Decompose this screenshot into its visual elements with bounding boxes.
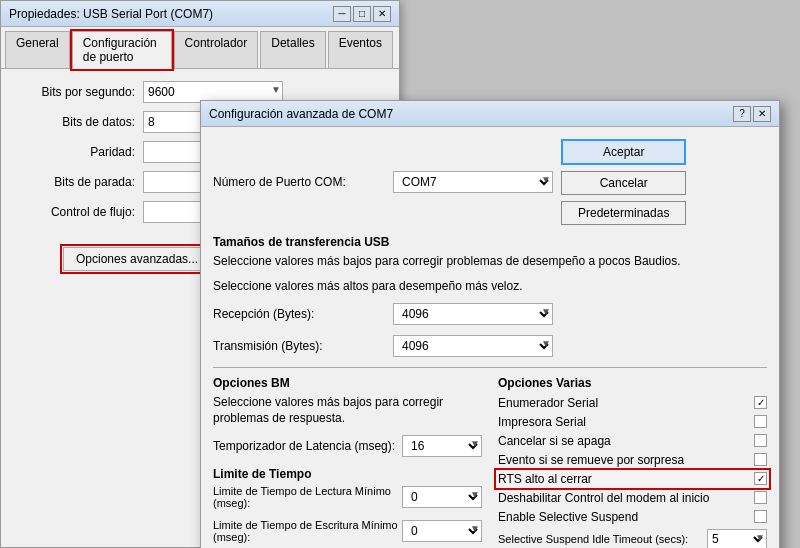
check-rts-label: RTS alto al cerrar bbox=[498, 472, 754, 486]
usb-section-header: Tamaños de transferencia USB bbox=[213, 235, 767, 249]
advanced-dialog: Configuración avanzada de COM7 ? ✕ Númer… bbox=[200, 100, 780, 548]
check-selective-suspend: Enable Selective Suspend bbox=[498, 510, 767, 524]
latency-label: Temporizador de Latencia (mseg): bbox=[213, 439, 402, 453]
props-close-button[interactable]: ✕ bbox=[373, 6, 391, 22]
bits-per-second-label: Bits por segundo: bbox=[13, 85, 143, 99]
write-limit-select[interactable]: 0 bbox=[402, 520, 482, 542]
advanced-options-button[interactable]: Opciones avanzadas... bbox=[63, 247, 211, 271]
port-number-select[interactable]: COM7 bbox=[393, 171, 553, 193]
latency-wrapper: 16 ▼ bbox=[402, 435, 482, 457]
check-impresora: Impresora Serial bbox=[498, 415, 767, 429]
two-col-section: Opciones BM Seleccione valores más bajos… bbox=[213, 376, 767, 548]
adv-titlebar-controls: ? ✕ bbox=[733, 106, 771, 122]
read-limit-row: Limite de Tiempo de Lectura Mínimo (mseg… bbox=[213, 485, 482, 509]
read-limit-label: Limite de Tiempo de Lectura Mínimo (mseg… bbox=[213, 485, 402, 509]
latency-select[interactable]: 16 bbox=[402, 435, 482, 457]
write-limit-label: Limite de Tiempo de Escritura Mínimo (ms… bbox=[213, 519, 402, 543]
check-enumerador-checkbox[interactable]: ✓ bbox=[754, 396, 767, 409]
data-bits-label: Bits de datos: bbox=[13, 115, 143, 129]
transmit-row: Transmisión (Bytes): 4096 ▼ bbox=[213, 335, 767, 357]
check-deshabilitar-label: Deshabilitar Control del modem al inicio bbox=[498, 491, 754, 505]
options-bm-title: Opciones BM bbox=[213, 376, 482, 390]
selective-timeout-select[interactable]: 5 bbox=[707, 529, 767, 548]
check-evento-label: Evento si se remueve por sorpresa bbox=[498, 453, 754, 467]
adv-close-button[interactable]: ✕ bbox=[753, 106, 771, 122]
check-impresora-label: Impresora Serial bbox=[498, 415, 754, 429]
selective-timeout-label: Selective Suspend Idle Timeout (secs): bbox=[498, 533, 707, 545]
props-tabs: General Configuración de puerto Controla… bbox=[1, 27, 399, 69]
divider-1 bbox=[213, 367, 767, 368]
receive-row: Recepción (Bytes): 4096 ▼ bbox=[213, 303, 767, 325]
check-rts: RTS alto al cerrar ✓ bbox=[498, 472, 767, 486]
selective-timeout-row: Selective Suspend Idle Timeout (secs): 5… bbox=[498, 529, 767, 548]
check-evento: Evento si se remueve por sorpresa bbox=[498, 453, 767, 467]
defaults-button[interactable]: Predeterminadas bbox=[561, 201, 686, 225]
usb-desc-high: Seleccione valores más altos para desemp… bbox=[213, 278, 767, 295]
check-deshabilitar: Deshabilitar Control del modem al inicio bbox=[498, 491, 767, 505]
port-number-wrapper: COM7 ▼ bbox=[393, 171, 553, 193]
props-titlebar: Propiedades: USB Serial Port (COM7) ─ □ … bbox=[1, 1, 399, 27]
check-enumerador: Enumerador Serial ✓ bbox=[498, 396, 767, 410]
options-varias-col: Opciones Varias Enumerador Serial ✓ Impr… bbox=[498, 376, 767, 548]
props-title: Propiedades: USB Serial Port (COM7) bbox=[9, 7, 213, 21]
check-cancelar-label: Cancelar si se apaga bbox=[498, 434, 754, 448]
options-bm-desc: Seleccione valores más bajos para correg… bbox=[213, 394, 482, 428]
transmit-wrapper: 4096 ▼ bbox=[393, 335, 553, 357]
port-number-label: Número de Puerto COM: bbox=[213, 175, 393, 189]
action-buttons: Aceptar Cancelar Predeterminadas bbox=[561, 139, 686, 225]
receive-label: Recepción (Bytes): bbox=[213, 307, 393, 321]
time-limit-label: Limite de Tiempo bbox=[213, 467, 482, 481]
flow-control-label: Control de flujo: bbox=[13, 205, 143, 219]
tab-general[interactable]: General bbox=[5, 31, 70, 68]
adv-body: Número de Puerto COM: COM7 ▼ Aceptar Can… bbox=[201, 127, 779, 548]
check-deshabilitar-checkbox[interactable] bbox=[754, 491, 767, 504]
tab-config[interactable]: Configuración de puerto bbox=[72, 31, 172, 69]
write-limit-wrapper: 0 ▼ bbox=[402, 520, 482, 542]
check-rts-checkbox[interactable]: ✓ bbox=[754, 472, 767, 485]
receive-select[interactable]: 4096 bbox=[393, 303, 553, 325]
adv-help-button[interactable]: ? bbox=[733, 106, 751, 122]
tab-events[interactable]: Eventos bbox=[328, 31, 393, 68]
check-cancelar-checkbox[interactable] bbox=[754, 434, 767, 447]
tab-driver[interactable]: Controlador bbox=[174, 31, 259, 68]
props-maximize-button[interactable]: □ bbox=[353, 6, 371, 22]
cancel-button[interactable]: Cancelar bbox=[561, 171, 686, 195]
tab-details[interactable]: Detalles bbox=[260, 31, 325, 68]
port-number-row: Número de Puerto COM: COM7 ▼ Aceptar Can… bbox=[213, 139, 767, 225]
check-enumerador-label: Enumerador Serial bbox=[498, 396, 754, 410]
props-minimize-button[interactable]: ─ bbox=[333, 6, 351, 22]
read-limit-select[interactable]: 0 bbox=[402, 486, 482, 508]
usb-desc-low: Seleccione valores más bajos para correg… bbox=[213, 253, 767, 270]
latency-row: Temporizador de Latencia (mseg): 16 ▼ bbox=[213, 435, 482, 457]
stop-bits-label: Bits de parada: bbox=[13, 175, 143, 189]
write-limit-row: Limite de Tiempo de Escritura Mínimo (ms… bbox=[213, 519, 482, 543]
parity-label: Paridad: bbox=[13, 145, 143, 159]
receive-wrapper: 4096 ▼ bbox=[393, 303, 553, 325]
accept-button[interactable]: Aceptar bbox=[561, 139, 686, 165]
read-limit-wrapper: 0 ▼ bbox=[402, 486, 482, 508]
check-selective-suspend-checkbox[interactable] bbox=[754, 510, 767, 523]
options-varias-title: Opciones Varias bbox=[498, 376, 767, 390]
check-evento-checkbox[interactable] bbox=[754, 453, 767, 466]
adv-titlebar: Configuración avanzada de COM7 ? ✕ bbox=[201, 101, 779, 127]
props-titlebar-controls: ─ □ ✕ bbox=[333, 6, 391, 22]
check-impresora-checkbox[interactable] bbox=[754, 415, 767, 428]
transmit-label: Transmisión (Bytes): bbox=[213, 339, 393, 353]
adv-title: Configuración avanzada de COM7 bbox=[209, 107, 393, 121]
transmit-select[interactable]: 4096 bbox=[393, 335, 553, 357]
options-bm-col: Opciones BM Seleccione valores más bajos… bbox=[213, 376, 482, 548]
selective-timeout-wrapper: 5 ▼ bbox=[707, 529, 767, 548]
check-selective-suspend-label: Enable Selective Suspend bbox=[498, 510, 754, 524]
check-cancelar: Cancelar si se apaga bbox=[498, 434, 767, 448]
